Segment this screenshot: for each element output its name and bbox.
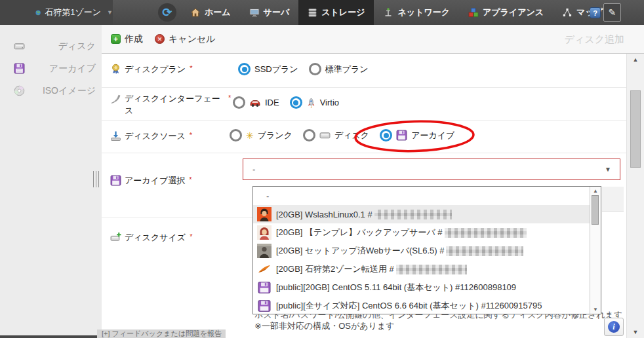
radio-option-archive[interactable]: アーカイブ xyxy=(380,129,454,141)
nav-label: ホーム xyxy=(205,7,231,18)
disk-size-label: ディスクサイズ* xyxy=(110,232,192,244)
info-icon: i xyxy=(608,321,620,333)
cancel-x-icon: ✕ xyxy=(155,34,165,44)
appliance-icon xyxy=(468,7,479,18)
dropdown-item-zone2-transfer[interactable]: [20GB] 石狩第2ゾーン転送用 # xyxy=(253,260,590,278)
form-row-disk-interface: ディスクインターフェース* IDE Virtio xyxy=(102,88,626,121)
archive-dropdown-list: - [20GB] WslashLinux0.1 # [20GB] 【テンプレ】バ… xyxy=(252,186,601,314)
sidebar-resize-handle[interactable] xyxy=(93,171,99,187)
form-row-disk-source: ディスクソース* ✳ ブランク ディスク アーカイブ xyxy=(102,121,626,153)
help-button[interactable]: ? xyxy=(590,7,601,18)
required-mark: * xyxy=(228,93,231,103)
required-mark: * xyxy=(190,64,192,73)
main-scrollbar-thumb[interactable] xyxy=(630,90,641,168)
disk-source-options: ✳ ブランク ディスク アーカイブ xyxy=(230,129,465,141)
archive-floppy-icon xyxy=(396,130,407,141)
archive-select-combobox[interactable]: - ▼ xyxy=(243,159,620,180)
sidebar-item-label: アーカイブ xyxy=(26,63,96,75)
disk-interface-label: ディスクインターフェース* xyxy=(110,93,231,116)
dropdown-item-backup-server[interactable]: [20GB] 【テンプレ】バックアップサーバ # xyxy=(253,223,590,242)
info-button[interactable]: i xyxy=(604,318,624,336)
zone-selector[interactable]: 石狩第1ゾーン ▼ xyxy=(0,0,113,25)
refresh-button[interactable]: ⟳ xyxy=(158,3,176,22)
sidebar-item-archive[interactable]: アーカイブ xyxy=(0,59,102,79)
dropdown-item-empty[interactable]: - xyxy=(253,187,590,205)
archive-floppy-icon xyxy=(257,280,272,295)
scroll-down-icon[interactable]: ▼ xyxy=(627,329,644,335)
radio-selected-icon[interactable] xyxy=(238,63,251,75)
refresh-icon: ⟳ xyxy=(162,5,172,20)
nav-item-storage[interactable]: ストレージ xyxy=(298,0,374,25)
avatar-icon xyxy=(257,244,272,258)
scroll-down-icon[interactable]: ▼ xyxy=(590,307,601,312)
disk-icon xyxy=(14,41,25,54)
dropdown-item-label: [20GB] 【テンプレ】バックアップサーバ # xyxy=(276,227,443,238)
swoosh-icon xyxy=(257,262,272,276)
create-button[interactable]: + 作成 xyxy=(111,33,143,45)
pen-button[interactable]: ✎ xyxy=(603,3,621,22)
required-mark: * xyxy=(190,130,192,140)
radio-label: アーカイブ xyxy=(411,130,454,141)
field-label-text: ディスクインターフェース xyxy=(125,93,224,116)
nav-item-network[interactable]: ネットワーク xyxy=(374,0,459,25)
dropdown-items: - [20GB] WslashLinux0.1 # [20GB] 【テンプレ】バ… xyxy=(253,187,590,314)
sidebar-item-disk[interactable]: ディスク xyxy=(0,37,102,56)
cancel-button[interactable]: ✕ キャンセル xyxy=(155,33,216,45)
disk-plan-label: ディスクプラン* xyxy=(110,64,192,75)
radio-option-ssd-plan[interactable]: SSDプラン xyxy=(238,63,298,75)
radio-option-standard-plan[interactable]: 標準プラン xyxy=(309,63,369,75)
radio-option-ide[interactable]: IDE xyxy=(233,96,279,109)
archive-floppy-icon xyxy=(257,299,272,313)
server-icon xyxy=(249,7,260,18)
nav-item-appliance[interactable]: アプライアンス xyxy=(459,0,553,25)
radio-label: Virtio xyxy=(320,98,339,107)
dropdown-item-wslashlinux[interactable]: [20GB] WslashLinux0.1 # xyxy=(253,205,590,223)
main-nav: ホーム サーバ ストレージ ネットワーク アプライアンス マップ xyxy=(181,0,612,25)
create-button-label: 作成 xyxy=(125,33,143,45)
sidebar-item-iso[interactable]: ISOイメージ xyxy=(0,81,102,101)
radio-unselected-icon[interactable] xyxy=(230,129,242,141)
feedback-tab[interactable]: [+] フィードバックまたは問題を報告 xyxy=(97,329,226,338)
radio-option-blank[interactable]: ✳ ブランク xyxy=(230,129,292,141)
archive-floppy-icon xyxy=(110,175,121,186)
rocket-icon xyxy=(306,98,316,108)
globe-icon xyxy=(35,8,41,18)
radio-unselected-icon[interactable] xyxy=(309,63,321,75)
dropdown-item-label: [public][全サイズ対応] CentOS 6.6 64bit (基本セット… xyxy=(276,300,542,312)
dropdown-item-web-server[interactable]: [20GB] セットアップ済Webサーバ(SL6.5) # xyxy=(253,242,590,260)
disk-icon xyxy=(319,130,331,141)
dropdown-scrollbar-thumb[interactable] xyxy=(592,195,599,225)
masked-id xyxy=(446,246,523,256)
dropdown-scrollbar[interactable]: ▲ ▼ xyxy=(590,187,601,314)
dropdown-item-centos511[interactable]: [public][20GB] CentOS 5.11 64bit (基本セット)… xyxy=(253,278,590,297)
avatar-icon xyxy=(257,225,272,240)
radio-label: 標準プラン xyxy=(325,64,369,75)
dropdown-item-label: [public][20GB] CentOS 5.11 64bit (基本セット)… xyxy=(276,282,516,293)
radio-unselected-icon[interactable] xyxy=(233,96,245,109)
page-title: ディスク追加 xyxy=(565,33,624,46)
combobox-arrow-icon: ▼ xyxy=(605,166,611,173)
disk-source-label: ディスクソース* xyxy=(110,130,192,142)
network-icon xyxy=(383,7,393,18)
disk-add-icon xyxy=(110,232,121,243)
iso-cd-icon xyxy=(14,85,25,99)
dropdown-item-label: [20GB] セットアップ済Webサーバ(SL6.5) # xyxy=(276,245,444,257)
radio-label: ディスク xyxy=(334,130,369,141)
radio-selected-icon[interactable] xyxy=(290,96,302,109)
radio-selected-icon[interactable] xyxy=(380,129,392,141)
footnote-line2: ※一部非対応の構成・OSがあります xyxy=(254,320,395,332)
radio-unselected-icon[interactable] xyxy=(303,129,315,141)
dropdown-item-centos66[interactable]: [public][全サイズ対応] CentOS 6.6 64bit (基本セット… xyxy=(253,297,590,314)
radio-option-virtio[interactable]: Virtio xyxy=(290,96,339,109)
scroll-up-icon[interactable]: ▲ xyxy=(590,188,601,194)
dropdown-item-label: [20GB] WslashLinux0.1 # xyxy=(276,210,372,219)
nav-item-home[interactable]: ホーム xyxy=(181,0,240,25)
scroll-up-icon[interactable]: ▲ xyxy=(627,56,644,63)
main-scrollbar[interactable]: ▲ ▼ xyxy=(626,54,644,338)
covered-row-strip xyxy=(602,187,624,212)
form-toolbar: + 作成 ✕ キャンセル ディスク追加 xyxy=(102,25,644,54)
avatar-icon xyxy=(257,207,272,221)
field-label-text: ディスクサイズ xyxy=(125,232,186,244)
radio-option-disk[interactable]: ディスク xyxy=(303,129,369,141)
nav-item-server[interactable]: サーバ xyxy=(240,0,299,25)
